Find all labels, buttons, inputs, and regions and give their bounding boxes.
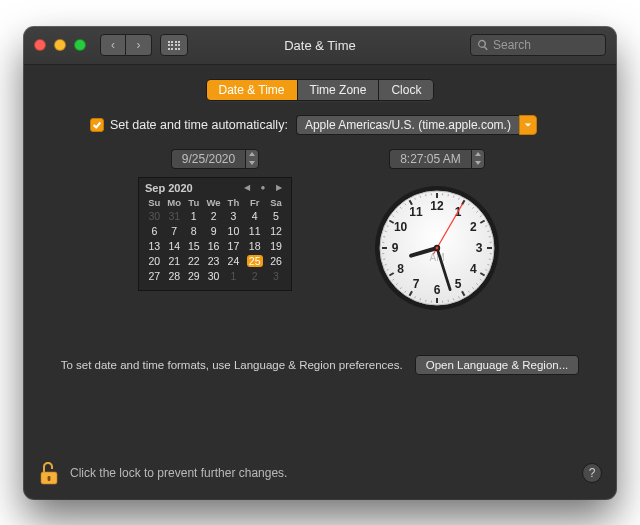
calendar-day[interactable]: 24 — [224, 254, 242, 269]
calendar-next-button[interactable]: ▶ — [273, 182, 285, 194]
calendar-day[interactable]: 17 — [224, 239, 242, 254]
calendar-day[interactable]: 20 — [145, 254, 164, 269]
calendar-day[interactable]: 18 — [242, 239, 267, 254]
calendar-nav: ◀ ● ▶ — [241, 182, 285, 194]
help-button[interactable]: ? — [582, 463, 602, 483]
calendar-day[interactable]: 12 — [267, 224, 285, 239]
calendar-day[interactable]: 13 — [145, 239, 164, 254]
calendar-day[interactable]: 31 — [164, 209, 185, 224]
svg-text:12: 12 — [430, 199, 444, 213]
zoom-button[interactable] — [74, 39, 86, 51]
back-button[interactable]: ‹ — [100, 34, 126, 56]
auto-datetime-row: Set date and time automatically: Apple A… — [90, 115, 580, 135]
calendar-day[interactable]: 30 — [145, 209, 164, 224]
calendar-day[interactable]: 21 — [164, 254, 185, 269]
calendar-day[interactable]: 2 — [203, 209, 225, 224]
calendar-day[interactable]: 5 — [267, 209, 285, 224]
titlebar: ‹ › Date & Time Search — [24, 27, 616, 65]
svg-line-14 — [487, 231, 489, 232]
calendar-day[interactable]: 25 — [242, 254, 267, 269]
close-button[interactable] — [34, 39, 46, 51]
svg-line-59 — [420, 195, 421, 197]
chevron-left-icon: ‹ — [111, 38, 115, 52]
calendar-today-button[interactable]: ● — [257, 182, 269, 194]
calendar-day[interactable]: 29 — [185, 269, 203, 284]
calendar-day[interactable]: 27 — [145, 269, 164, 284]
calendar-day[interactable]: 2 — [242, 269, 267, 284]
forward-button[interactable]: › — [126, 34, 152, 56]
calendar-day[interactable]: 4 — [242, 209, 267, 224]
calendar-day[interactable]: 1 — [185, 209, 203, 224]
time-field[interactable]: 8:27:05 AM — [389, 149, 485, 169]
date-stepper[interactable] — [245, 149, 259, 169]
minimize-button[interactable] — [54, 39, 66, 51]
calendar-dow: Th — [224, 196, 242, 209]
calendar-day[interactable]: 11 — [242, 224, 267, 239]
lock-icon[interactable] — [38, 460, 60, 486]
calendar-month-label: Sep 2020 — [145, 182, 193, 194]
tab-time-zone[interactable]: Time Zone — [297, 80, 379, 100]
mid-section: 9/25/2020 Sep 2020 ◀ ● ▶ — [60, 149, 580, 313]
calendar-day[interactable]: 23 — [203, 254, 225, 269]
calendar-dow: Sa — [267, 196, 285, 209]
grid-icon — [168, 41, 181, 50]
calendar-day[interactable]: 8 — [185, 224, 203, 239]
date-value: 9/25/2020 — [171, 149, 245, 169]
time-value: 8:27:05 AM — [389, 149, 471, 169]
calendar-day[interactable]: 16 — [203, 239, 225, 254]
svg-text:4: 4 — [470, 262, 477, 276]
calendar-day[interactable]: 3 — [224, 209, 242, 224]
search-input[interactable]: Search — [470, 34, 606, 56]
auto-label: Set date and time automatically: — [110, 118, 288, 132]
calendar-dow: Tu — [185, 196, 203, 209]
svg-line-20 — [487, 264, 489, 265]
svg-text:3: 3 — [476, 241, 483, 255]
date-field[interactable]: 9/25/2020 — [171, 149, 259, 169]
nav-back-forward: ‹ › — [100, 34, 152, 56]
show-all-button[interactable] — [160, 34, 188, 56]
calendar-day[interactable]: 14 — [164, 239, 185, 254]
calendar-day[interactable]: 30 — [203, 269, 225, 284]
calendar-day[interactable]: 26 — [267, 254, 285, 269]
calendar-day[interactable]: 1 — [224, 269, 242, 284]
time-stepper[interactable] — [471, 149, 485, 169]
tab-clock[interactable]: Clock — [378, 80, 433, 100]
preferences-window: ‹ › Date & Time Search Date & Time Time … — [24, 27, 616, 499]
calendar-day[interactable]: 6 — [145, 224, 164, 239]
svg-line-35 — [420, 298, 421, 300]
calendar-day[interactable]: 10 — [224, 224, 242, 239]
calendar-dow: Mo — [164, 196, 185, 209]
svg-rect-80 — [48, 476, 51, 481]
calendar[interactable]: Sep 2020 ◀ ● ▶ SuMoTuWeThFrSa 3031123456… — [138, 177, 292, 291]
search-placeholder: Search — [493, 38, 531, 52]
calendar-day[interactable]: 22 — [185, 254, 203, 269]
svg-text:8: 8 — [397, 262, 404, 276]
svg-text:10: 10 — [394, 220, 408, 234]
chevron-down-icon — [524, 121, 532, 129]
calendar-day[interactable]: 3 — [267, 269, 285, 284]
date-column: 9/25/2020 Sep 2020 ◀ ● ▶ — [138, 149, 292, 313]
stepper-down-icon — [472, 159, 484, 168]
auto-checkbox[interactable] — [90, 118, 104, 132]
calendar-day[interactable]: 28 — [164, 269, 185, 284]
calendar-day[interactable]: 7 — [164, 224, 185, 239]
lock-text: Click the lock to prevent further change… — [70, 466, 287, 480]
svg-line-5 — [453, 195, 454, 197]
stepper-up-icon — [472, 150, 484, 159]
calendar-day[interactable]: 9 — [203, 224, 225, 239]
tab-date-time[interactable]: Date & Time — [207, 80, 297, 100]
svg-text:9: 9 — [392, 241, 399, 255]
time-server-dropdown[interactable]: Apple Americas/U.S. (time.apple.com.) — [296, 115, 537, 135]
open-language-region-button[interactable]: Open Language & Region... — [415, 355, 580, 375]
chevron-right-icon: › — [137, 38, 141, 52]
stepper-down-icon — [246, 159, 258, 168]
svg-line-29 — [453, 298, 454, 300]
time-column: 8:27:05 AM — [372, 149, 502, 313]
lock-bar: Click the lock to prevent further change… — [24, 459, 616, 487]
calendar-prev-button[interactable]: ◀ — [241, 182, 253, 194]
calendar-day[interactable]: 19 — [267, 239, 285, 254]
svg-text:7: 7 — [413, 277, 420, 291]
format-hint-row: To set date and time formats, use Langua… — [60, 355, 580, 375]
calendar-grid: SuMoTuWeThFrSa 3031123456789101112131415… — [145, 196, 285, 284]
calendar-day[interactable]: 15 — [185, 239, 203, 254]
